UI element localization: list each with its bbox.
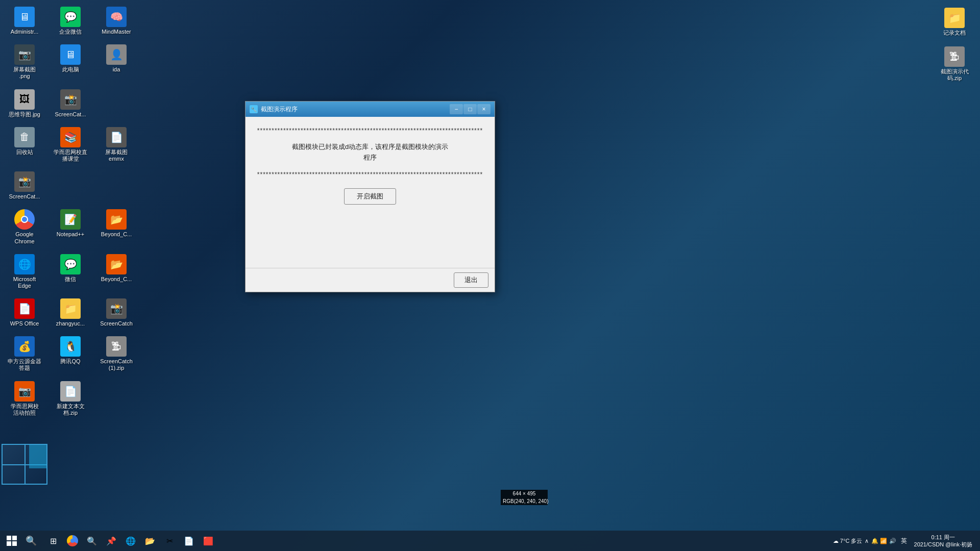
icon-label: 回收站 — [16, 149, 33, 156]
icon-label: 屏幕截图.png — [13, 66, 36, 80]
system-clock[interactable]: 0:11 周一 2021/CSDN @link·初扬 — [912, 533, 975, 549]
preview-container: 644 × 495 RGB(240, 240, 240) — [501, 490, 548, 505]
desktop-icon-screenshot[interactable]: 📷 屏幕截图.png — [4, 42, 45, 82]
dialog-controls: − □ × — [450, 104, 491, 114]
taskbar: 🔍 ⊞ 🔍 📌 🌐 📂 ✂ 📄 🟥 — [0, 531, 980, 551]
taskbar-system-tray: ☁ 7°C 多云 ∧ 🔔 📶 🔊 英 0:11 周一 2021/CSDN @li… — [833, 533, 977, 549]
clock-time: 0:11 周一 — [914, 534, 972, 541]
desktop-icon-screencatch[interactable]: 📸 ScreenCat... — [50, 87, 91, 120]
dialog-jietushiyan[interactable]: 🔧 截图演示程序 − □ × *************************… — [245, 101, 495, 292]
taskbar-app-chrome[interactable] — [63, 532, 82, 550]
dialog-message: 截图模块已封装成d动态库，该程序是截图模块的演示 程序 — [292, 142, 448, 163]
icon-label: 学而思网校活动拍照 — [11, 403, 39, 416]
windows-icon — [7, 536, 17, 546]
desktop-icon-mindmaster[interactable]: 🧠 MindMaster — [96, 4, 137, 38]
dialog-footer: 退出 — [246, 268, 495, 292]
desktop-icon-sixiang[interactable]: 🖼 思维导图.jpg — [4, 87, 45, 120]
taskbar-app-6[interactable]: 📂 — [141, 532, 159, 550]
system-weather: ☁ 7°C 多云 — [833, 537, 863, 545]
icon-label: MindMaster — [102, 29, 131, 35]
desktop-icon-wps[interactable]: 📄 WPS Office — [4, 296, 45, 330]
taskbar-app-7[interactable]: ✂ — [160, 532, 179, 550]
icon-label: 截图演示代码.zip — [941, 68, 969, 82]
icon-label: Notepad++ — [57, 231, 84, 238]
desktop-icon-beyond-c[interactable]: 📂 Beyond_C... — [96, 207, 137, 247]
desktop-icon-screencatch3[interactable]: 📸 ScreenCatch — [96, 296, 137, 330]
desktop-icon-jilu[interactable]: 📁 记录文档 — [934, 5, 975, 39]
icon-label: 腾讯QQ — [60, 358, 80, 365]
right-desktop-icons: 📁 记录文档 🗜 截图演示代码.zip — [929, 0, 980, 90]
icon-label: zhangyuc... — [56, 320, 85, 327]
dialog-title: 截图演示程序 — [261, 105, 450, 114]
icon-label: 微信 — [65, 276, 76, 283]
exit-button[interactable]: 退出 — [454, 272, 488, 288]
taskbar-app-3[interactable]: 🔍 — [83, 532, 101, 550]
input-method[interactable]: 英 — [899, 536, 909, 546]
weather-icon: ☁ — [833, 538, 839, 544]
desktop-icon-edge[interactable]: 🌐 MicrosoftEdge — [4, 252, 45, 292]
dialog-maximize-button[interactable]: □ — [463, 104, 477, 114]
desktop-icon-screencatch2[interactable]: 📸 ScreenCat... — [4, 169, 45, 203]
taskbar-app-8[interactable]: 📄 — [180, 532, 198, 550]
icon-label: Beyond_C... — [101, 276, 132, 283]
search-button[interactable]: 🔍 — [22, 532, 40, 550]
taskbar-pinned-apps: ⊞ 🔍 📌 🌐 📂 ✂ 📄 🟥 — [44, 532, 217, 550]
dialog-stars-bottom: ****************************************… — [256, 171, 484, 178]
desktop-icon-new-txt[interactable]: 📄 新建文本文档.zip — [50, 379, 91, 419]
preview-rgb: RGB(240, 240, 240) — [501, 497, 548, 505]
taskbar-app-5[interactable]: 🌐 — [121, 532, 140, 550]
dialog-content: ****************************************… — [246, 117, 495, 268]
dialog-stars-top: ****************************************… — [256, 127, 484, 134]
icon-label: ScreenCatch(1).zip — [100, 358, 133, 371]
desktop-icon-xueshenyixiao2[interactable]: 📷 学而思网校活动拍照 — [4, 379, 45, 419]
icon-label: 企业微信 — [59, 29, 82, 35]
icon-label: 思维导图.jpg — [9, 111, 40, 118]
icon-label: MicrosoftEdge — [13, 276, 36, 289]
desktop-icon-jietushiyan[interactable]: 🗜 截图演示代码.zip — [934, 44, 975, 84]
clock-date: 2021/CSDN @link·初扬 — [914, 541, 972, 548]
desktop-icon-pingmu-emmx[interactable]: 📄 屏幕截图emmx — [96, 124, 137, 165]
desktop-icon-notepadpp[interactable]: 📝 Notepad++ — [50, 207, 91, 247]
desktop-icon-this-pc[interactable]: 🖥 此电脑 — [50, 42, 91, 82]
icon-label: WPS Office — [10, 320, 39, 327]
icon-label: Administr... — [11, 29, 38, 35]
desktop-icon-weixin[interactable]: 💬 微信 — [50, 252, 91, 292]
icon-label: ScreenCat... — [55, 111, 86, 118]
taskbar-app-taskview[interactable]: ⊞ — [44, 532, 62, 550]
desktop-icon-xueshenyixiao[interactable]: 📚 学而思网校直播课堂 — [50, 124, 91, 165]
icon-label: 申方云源金器答题 — [8, 358, 41, 371]
taskbar-app-4[interactable]: 📌 — [102, 532, 120, 550]
start-button[interactable] — [3, 532, 21, 550]
dialog-app-icon: 🔧 — [250, 105, 258, 113]
desktop-icon-screencatch-zip[interactable]: 🗜 ScreenCatch(1).zip — [96, 334, 137, 374]
desktop-icon-zhangyuec[interactable]: 📁 zhangyuc... — [50, 296, 91, 330]
desktop-icon-huishou[interactable]: 🗑 回收站 — [4, 124, 45, 165]
icon-label: 记录文档 — [943, 30, 966, 36]
dialog-minimize-button[interactable]: − — [450, 104, 463, 114]
icon-label: 学而思网校直播课堂 — [54, 149, 87, 162]
desktop-icon-ufida[interactable]: 💰 申方云源金器答题 — [4, 334, 45, 374]
weather-temp: 7°C 多云 — [840, 537, 863, 545]
system-caret[interactable]: ∧ — [865, 538, 869, 544]
icon-label: ScreenCat... — [9, 193, 40, 200]
system-icons: 🔔 📶 🔊 — [871, 538, 896, 544]
dialog-close-button[interactable]: × — [477, 104, 491, 114]
icon-label: ScreenCatch — [100, 320, 133, 327]
desktop-icon-qiyeweixin[interactable]: 💬 企业微信 — [50, 4, 91, 38]
taskbar-app-9[interactable]: 🟥 — [199, 532, 217, 550]
dialog-titlebar: 🔧 截图演示程序 − □ × — [246, 102, 495, 117]
icon-label: ida — [113, 66, 120, 73]
icon-label: 此电脑 — [62, 66, 79, 73]
start-capture-button[interactable]: 开启截图 — [344, 188, 396, 205]
icon-label: 新建文本文档.zip — [57, 403, 85, 416]
icon-label: Beyond_C... — [101, 231, 132, 238]
desktop-icon-beyond-c2[interactable]: 📂 Beyond_C... — [96, 252, 137, 292]
desktop-icon-ida[interactable]: 👤 ida — [96, 42, 137, 82]
preview-thumbnail — [2, 444, 47, 485]
desktop-icon-administrator[interactable]: 🖥 Administr... — [4, 4, 45, 38]
icon-label: GoogleChrome — [14, 231, 34, 244]
icon-label: 屏幕截图emmx — [105, 149, 128, 162]
desktop: 🖥 Administr... 💬 企业微信 🧠 MindMaster 📷 屏幕截… — [0, 0, 980, 531]
desktop-icon-google-chrome[interactable]: GoogleChrome — [4, 207, 45, 247]
desktop-icon-qq[interactable]: 🐧 腾讯QQ — [50, 334, 91, 374]
